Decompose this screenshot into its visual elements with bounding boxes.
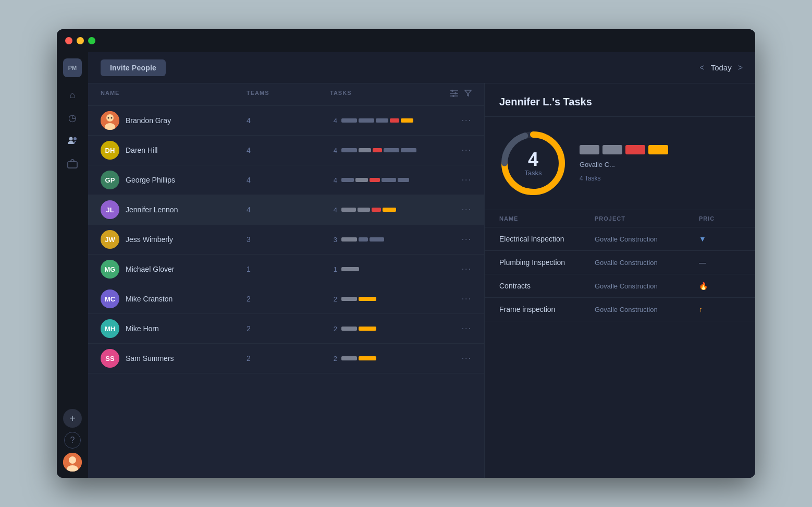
legend-bars (580, 145, 741, 154)
row-menu-button[interactable]: ··· (440, 146, 472, 155)
row-menu-button[interactable]: ··· (440, 324, 472, 333)
sidebar-item-clock[interactable]: ◷ (63, 108, 82, 127)
person-name-cell: DH Daren Hill (101, 141, 247, 160)
person-name-label: Jennifer Lennon (126, 206, 178, 214)
svg-rect-2 (68, 162, 77, 168)
close-button[interactable] (65, 37, 72, 44)
person-name-label: Brandon Gray (126, 116, 171, 125)
person-name-cell: MG Michael Glover (101, 260, 247, 279)
tasks-list: Electrical Inspection Govalle Constructi… (485, 227, 755, 321)
person-name-cell: MC Mike Cranston (101, 289, 247, 308)
minimize-button[interactable] (77, 37, 84, 44)
maximize-button[interactable] (88, 37, 95, 44)
task-priority: ▼ (699, 235, 741, 243)
task-bar (341, 118, 357, 123)
person-avatar (101, 111, 119, 130)
task-bar (359, 297, 376, 301)
svg-point-1 (73, 137, 77, 140)
row-menu-button[interactable]: ··· (440, 116, 472, 125)
content-area: Invite People < Today > NAME TEAMS TASKS (88, 52, 755, 478)
person-row-sam[interactable]: SS Sam Summers 2 2 ··· (88, 344, 484, 373)
table-container: NAME TEAMS TASKS (88, 83, 755, 478)
person-avatar: GP (101, 171, 119, 189)
task-priority-header: PRIC (699, 215, 741, 222)
task-bar (383, 208, 396, 212)
person-name-label: Daren Hill (126, 146, 157, 154)
next-date-button[interactable]: > (738, 63, 743, 73)
task-bar (341, 148, 357, 152)
svg-point-15 (108, 117, 109, 119)
person-row-jennifer[interactable]: JL Jennifer Lennon 4 4 ··· (88, 195, 484, 225)
person-row-mike_c[interactable]: MC Mike Cranston 2 2 ··· (88, 284, 484, 314)
person-row-mike_h[interactable]: MH Mike Horn 2 2 ··· (88, 314, 484, 344)
filter-funnel-icon[interactable] (464, 90, 472, 99)
filter-sliders-icon[interactable] (450, 90, 458, 99)
task-count: 4 (330, 206, 337, 214)
invite-people-button[interactable]: Invite People (101, 59, 166, 76)
person-name-label: Mike Horn (126, 324, 159, 333)
person-name-label: Mike Cranston (126, 295, 173, 303)
person-teams: 1 (247, 265, 330, 273)
prev-date-button[interactable]: < (699, 63, 704, 73)
task-bar (359, 356, 376, 360)
task-row[interactable]: Contracts Govalle Construction 🔥 (485, 274, 755, 298)
add-button[interactable]: + (63, 409, 82, 428)
task-bar (341, 327, 357, 331)
task-bar-container: 4 (330, 117, 440, 125)
svg-point-9 (454, 92, 457, 94)
row-menu-button[interactable]: ··· (440, 294, 472, 304)
person-avatar: JL (101, 200, 119, 219)
panel-header: Jennifer L.'s Tasks (485, 83, 755, 117)
task-row[interactable]: Frame inspection Govalle Construction ↑ (485, 298, 755, 321)
task-bar (382, 178, 396, 182)
priority-icon: — (699, 258, 706, 267)
person-teams: 4 (247, 116, 330, 125)
person-avatar: JW (101, 230, 119, 249)
help-icon[interactable]: ? (64, 432, 81, 449)
row-menu-button[interactable]: ··· (440, 175, 472, 185)
person-teams: 4 (247, 206, 330, 214)
person-avatar: SS (101, 349, 119, 368)
person-row-daren[interactable]: DH Daren Hill 4 4 ··· (88, 136, 484, 165)
row-menu-button[interactable]: ··· (440, 264, 472, 274)
row-menu-button[interactable]: ··· (440, 354, 472, 363)
person-teams: 2 (247, 295, 330, 303)
user-avatar[interactable] (63, 453, 82, 472)
sidebar-item-home[interactable]: ⌂ (63, 86, 82, 104)
priority-icon: 🔥 (699, 282, 708, 290)
task-priority: 🔥 (699, 282, 741, 290)
task-bars (341, 118, 413, 123)
person-row-michael[interactable]: MG Michael Glover 1 1 ··· (88, 255, 484, 284)
task-name: Electrical Inspection (499, 235, 595, 243)
person-name-cell: GP George Phillips (101, 171, 247, 189)
svg-point-0 (69, 137, 73, 141)
person-row-brandon[interactable]: Brandon Gray 4 4 ··· (88, 106, 484, 136)
task-row[interactable]: Electrical Inspection Govalle Constructi… (485, 227, 755, 251)
project-info: Govalle C... (580, 161, 741, 168)
row-menu-button[interactable]: ··· (440, 205, 472, 214)
svg-point-7 (451, 90, 453, 92)
panel-title: Jennifer L.'s Tasks (499, 96, 741, 108)
person-row-jess[interactable]: JW Jess Wimberly 3 3 ··· (88, 225, 484, 255)
person-teams: 2 (247, 354, 330, 363)
person-name-label: Michael Glover (126, 265, 174, 273)
task-row[interactable]: Plumbing Inspection Govalle Construction… (485, 251, 755, 274)
task-bar (384, 148, 399, 152)
row-menu-button[interactable]: ··· (440, 235, 472, 244)
person-avatar: MC (101, 289, 119, 308)
title-bar (57, 29, 755, 52)
task-bars (341, 237, 384, 242)
task-project: Govalle Construction (595, 235, 699, 243)
person-teams: 4 (247, 146, 330, 154)
sidebar-item-people[interactable] (63, 131, 82, 150)
person-name-label: Jess Wimberly (126, 235, 173, 244)
person-name-cell: JW Jess Wimberly (101, 230, 247, 249)
task-bar (359, 148, 371, 152)
task-bars (341, 356, 376, 360)
person-row-george[interactable]: GP George Phillips 4 4 ··· (88, 165, 484, 195)
task-bar (341, 178, 354, 182)
person-teams: 4 (247, 176, 330, 184)
task-bar-container: 4 (330, 147, 440, 154)
sidebar-item-briefcase[interactable] (63, 154, 82, 173)
table-header-actions (440, 90, 472, 99)
